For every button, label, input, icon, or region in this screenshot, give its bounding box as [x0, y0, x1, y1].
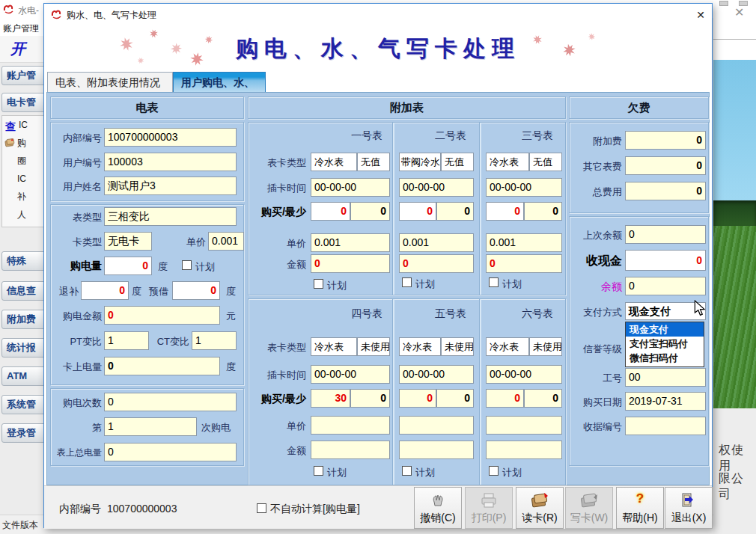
addon1-type2-field[interactable]: 无值	[357, 153, 390, 171]
addon1-price-field[interactable]: 0.001	[311, 233, 390, 252]
addon2-buy-field[interactable]: 0	[399, 202, 436, 221]
sidebar-item-login-mgmt[interactable]: 登录管	[1, 423, 48, 443]
addon4-type-field[interactable]: 冷水表	[311, 337, 357, 356]
help-button[interactable]: ? 帮助(H)	[616, 487, 664, 529]
addon4-time-field[interactable]: 00-00-00	[311, 365, 390, 384]
addon1-min-field[interactable]: 0	[350, 202, 390, 221]
addon3-amount-field[interactable]: 0	[486, 254, 562, 273]
addon2-type-field[interactable]: 带阀冷水	[399, 153, 441, 171]
buy-qty-field[interactable]: 0	[104, 257, 152, 275]
addon2-amount-field[interactable]: 0	[399, 254, 474, 273]
addon1-amount-field[interactable]: 0	[311, 254, 390, 273]
addon1-time-field[interactable]: 00-00-00	[311, 178, 390, 197]
meter-type-field[interactable]: 三相变比	[104, 207, 237, 226]
addon6-time-field[interactable]: 00-00-00	[486, 365, 562, 384]
sidebar-item-system-mgmt[interactable]: 系统管	[1, 395, 48, 414]
pt-ratio-field[interactable]: 1	[104, 331, 149, 350]
mdi-close-icon[interactable]: ✕	[734, 6, 744, 19]
no-autocalc-checkbox[interactable]	[257, 503, 266, 513]
buy-count-field[interactable]: 0	[104, 393, 237, 411]
addon3-plan-checkbox[interactable]	[489, 277, 499, 287]
addon5-buy-field[interactable]: 0	[399, 389, 436, 408]
meter-plan-checkbox[interactable]	[182, 260, 192, 270]
addon5-time-field[interactable]: 00-00-00	[399, 365, 474, 384]
exit-button[interactable]: 退出(X)	[665, 487, 713, 529]
submenu-item-query[interactable]: 查查 ICIC	[2, 116, 47, 134]
addon3-price-field[interactable]: 0.001	[486, 233, 562, 252]
card-type-field[interactable]: 无电卡	[104, 232, 152, 251]
addon4-plan-checkbox[interactable]	[314, 466, 323, 476]
meter-total-field[interactable]: 0	[104, 443, 237, 461]
sidebar-item-special-card[interactable]: 特殊	[1, 251, 48, 271]
user-no-field[interactable]: 100003	[104, 153, 237, 171]
submenu-item-buy[interactable]: 购	[2, 134, 47, 152]
user-name-field[interactable]: 测试用户3	[104, 177, 237, 195]
addon3-min-field[interactable]: 0	[524, 202, 562, 221]
addon6-min-field[interactable]: 0	[524, 389, 562, 408]
addon2-type2-field[interactable]: 无值	[441, 153, 474, 171]
worker-id-field[interactable]: 00	[625, 368, 706, 387]
addon3-type2-field[interactable]: 无值	[529, 153, 562, 171]
addon5-amount-field[interactable]	[399, 441, 474, 459]
undo-button[interactable]: 撤销(C)	[414, 487, 462, 529]
receipt-no-field[interactable]	[625, 417, 706, 435]
unit-price-field[interactable]: 0.001	[208, 232, 244, 251]
submenu-item-ic[interactable]: IC	[2, 170, 47, 188]
addon1-buy-field[interactable]: 0	[311, 202, 350, 221]
addon5-min-field[interactable]: 0	[436, 389, 474, 408]
refund-field[interactable]: 0	[81, 281, 129, 300]
internal-no-field[interactable]: 100700000003	[104, 128, 237, 147]
addon-fee-field[interactable]: 0	[625, 131, 706, 150]
dropdown-option-wechat[interactable]: 微信扫码付	[626, 351, 704, 365]
other-fee-field[interactable]: 0	[625, 156, 706, 175]
addon5-type2-field[interactable]: 未使用	[441, 337, 474, 356]
addon6-plan-checkbox[interactable]	[489, 466, 499, 476]
addon6-type-field[interactable]: 冷水表	[486, 337, 529, 356]
addon5-price-field[interactable]	[399, 416, 474, 435]
addon5-type-field[interactable]: 冷水表	[399, 337, 441, 356]
toolbar-open-account-icon[interactable]: 开	[10, 39, 25, 59]
dropdown-option-cash[interactable]: 现金支付	[626, 322, 704, 337]
addon6-price-field[interactable]	[486, 416, 562, 435]
addon5-plan-checkbox[interactable]	[402, 466, 412, 476]
last-balance-field[interactable]: 0	[625, 225, 706, 244]
total-fee-field[interactable]: 0	[625, 182, 706, 200]
addon4-buy-field[interactable]: 30	[311, 389, 350, 408]
balance-field[interactable]: 0	[625, 277, 706, 295]
tab-meter-usage[interactable]: 电表、附加表使用情况	[47, 72, 173, 93]
addon6-buy-field[interactable]: 0	[486, 389, 524, 408]
addon2-price-field[interactable]: 0.001	[399, 233, 474, 252]
tab-user-purchase[interactable]: 用户购电、水、气	[173, 72, 266, 93]
submenu-item-reissue[interactable]: 补	[2, 188, 47, 206]
menu-item-accounts[interactable]: 账户管理	[3, 22, 39, 35]
submenu-item-person[interactable]: 人	[2, 206, 47, 224]
dialog-close-icon[interactable]: ✕	[691, 7, 710, 23]
addon4-min-field[interactable]: 0	[350, 389, 390, 408]
sidebar-item-account-mgmt[interactable]: 账户管	[1, 66, 48, 85]
addon6-amount-field[interactable]	[486, 441, 562, 459]
addon6-type2-field[interactable]: 未使用	[529, 337, 562, 356]
submenu-item-circle[interactable]: 圈	[2, 152, 47, 170]
addon2-min-field[interactable]: 0	[436, 202, 474, 221]
read-card-button[interactable]: 读卡(R)	[516, 487, 564, 529]
sidebar-item-card-mgmt[interactable]: 电卡管	[1, 93, 48, 112]
addon1-plan-checkbox[interactable]	[314, 279, 323, 289]
cash-field[interactable]: 0	[625, 250, 706, 271]
addon4-type2-field[interactable]: 未使用	[357, 337, 390, 356]
addon2-plan-checkbox[interactable]	[402, 277, 412, 287]
addon1-type-field[interactable]: 冷水表	[311, 153, 357, 171]
sidebar-item-addon-fee[interactable]: 附加费	[1, 310, 48, 329]
sidebar-item-atm[interactable]: ATM	[1, 366, 48, 386]
addon2-time-field[interactable]: 00-00-00	[399, 178, 474, 197]
nth-field[interactable]: 1	[104, 417, 197, 436]
purchase-amount-field[interactable]: 0	[104, 306, 220, 325]
prelend-field[interactable]: 0	[172, 281, 220, 300]
card-energy-field[interactable]: 0	[104, 357, 220, 375]
sidebar-item-statistics[interactable]: 统计报	[1, 338, 48, 357]
addon3-type-field[interactable]: 冷水表	[486, 153, 529, 171]
sidebar-item-info-query[interactable]: 信息查	[1, 281, 48, 301]
addon4-amount-field[interactable]	[311, 441, 390, 459]
ct-ratio-field[interactable]: 1	[192, 331, 237, 350]
addon3-time-field[interactable]: 00-00-00	[486, 178, 562, 197]
purchase-date-field[interactable]: 2019-07-31	[625, 392, 706, 411]
